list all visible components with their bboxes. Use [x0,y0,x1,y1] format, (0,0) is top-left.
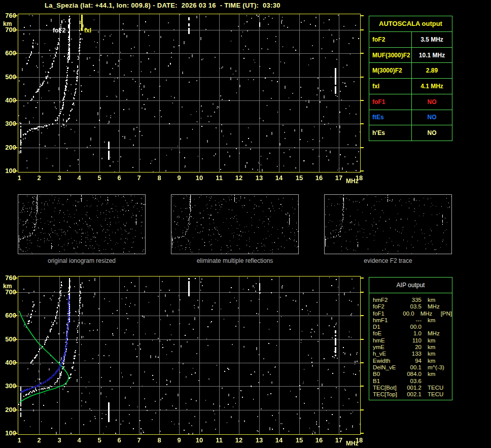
aip-row: ymE20km [373,344,452,351]
x-axis-tick-label: 6 [112,175,127,182]
x-axis-tick-label: 17 [331,175,346,182]
y-axis-tick [361,29,364,30]
aip-param: foF2 [373,303,403,310]
y-axis-tick [14,386,17,387]
aip-param: TEC[Bot] [373,385,403,391]
aip-row: hmE110km [373,337,452,344]
y-axis-tick [14,362,17,363]
bottom-ionogram-plot [18,276,361,435]
aip-output-table: AIP output hmF2335kmfoF203.5MHzfoF100.0M… [369,277,452,400]
x-axis-tick-label: 17 [331,437,346,444]
autoscala-row: MUF(3000)F210.1 MHz [369,48,452,63]
aip-param: ymE [373,344,403,351]
y-axis-tick [361,15,364,16]
aip-extra [448,364,451,371]
aip-unit: km [422,351,448,357]
autoscala-app-window: La_Spezia (lat: +44.1, lon: 009.8) - DAT… [0,0,491,448]
x-axis-tick-label: 4 [72,437,87,444]
autoscala-param-label: foF1 [369,94,412,110]
autoscala-param-value: NO [412,125,452,141]
aip-value: 20 [403,344,422,351]
bottom-ionogram-canvas [18,277,360,434]
x-axis-tick-label: 10 [192,437,207,444]
aip-row: foF203.5MHz [373,303,452,310]
aip-unit [422,378,448,385]
aip-unit: TECU [422,391,448,398]
aip-extra [448,385,451,391]
aip-extra [448,337,451,344]
x-axis-tick-label: 2 [31,437,47,444]
aip-row: D100.0 [373,324,452,330]
aip-param: TEC[Top] [373,391,403,398]
autoscala-row: foF23.5 MHz [369,32,452,48]
y-axis-tick [361,409,364,410]
aip-param: DelN_vE [373,364,403,371]
autoscala-row: M(3000)F22.89 [369,63,452,79]
aip-unit: km [422,358,448,364]
aip-unit: km [422,337,448,344]
station-title: La_Spezia (lat: +44.1, lon: 009.8) - DAT… [45,2,280,9]
x-axis-tick-label: 3 [52,437,67,444]
aip-value: 03.6 [403,378,422,385]
y-axis-tick [14,53,17,54]
y-axis-unit-label: km [3,283,12,290]
aip-unit: TECU [422,385,448,391]
aip-row: hmF2335km [373,297,452,303]
autoscala-output-table: AUTOSCALA output foF23.5 MHzMUF(3000)F21… [369,16,452,141]
aip-row: B0084.0km [373,371,452,377]
y-axis-tick [361,170,364,171]
aip-row: TEC[Bot]001.2TECU [373,385,452,391]
aip-extra [448,330,451,337]
y-axis-tick [14,77,17,78]
y-axis-tick [14,278,17,279]
aip-extra [448,324,451,330]
aip-extra [448,351,451,357]
aip-param: hmF1 [373,317,403,324]
y-axis-tick [361,339,364,340]
aip-table-title: AIP output [369,278,452,293]
thumbnail-eliminate-reflections [171,194,299,254]
aip-value: 1.0 [403,330,422,337]
aip-unit: MHz [414,311,438,317]
x-axis-tick-label: 13 [252,175,267,182]
aip-param: Ewidth [373,358,403,364]
x-axis-tick-label: 9 [171,175,187,182]
aip-value: 03.5 [403,303,422,310]
y-axis-tick [14,170,17,171]
aip-row: foE1.0MHz [373,330,452,337]
x-axis-tick-label: 1 [12,437,27,444]
aip-value: --- [403,317,422,324]
autoscala-param-label: fxI [369,79,412,94]
autoscala-param-label: ftEs [369,110,412,125]
autoscala-param-label: h'Es [369,125,412,141]
autoscala-param-value: NO [412,94,452,110]
aip-param: foE [373,330,403,337]
x-axis-tick-label: 9 [171,437,187,444]
aip-table-body: hmF2335kmfoF203.5MHzfoF100.0MHz[PN]hmF1-… [369,293,452,398]
aip-row: Ewidth94km [373,358,452,364]
x-axis-tick-label: 7 [131,175,147,182]
x-axis-tick-label: 8 [152,175,167,182]
aip-param: hmE [373,337,403,344]
y-axis-tick [14,15,17,16]
aip-extra [448,297,451,303]
thumbnail-evidence-f2 [324,194,452,254]
aip-extra [448,303,451,310]
aip-unit: km [422,317,448,324]
x-axis-unit-label: MHz [346,178,359,185]
thumbnail-original-ionogram [18,194,146,254]
aip-extra [448,344,451,351]
aip-value: 133 [403,351,422,357]
aip-value: 00.0 [399,311,414,317]
x-axis-tick-label: 7 [131,437,147,444]
aip-value: 00.0 [403,324,422,330]
aip-row: B103.6 [373,378,452,385]
x-axis-tick-label: 11 [212,437,227,444]
aip-unit: MHz [422,303,448,310]
aip-value: 335 [403,297,422,303]
y-axis-tick [361,433,364,434]
aip-extra [448,317,451,324]
x-axis-tick-label: 3 [52,175,67,182]
aip-value: 001.2 [403,385,422,391]
top-ionogram-canvas [18,14,360,172]
